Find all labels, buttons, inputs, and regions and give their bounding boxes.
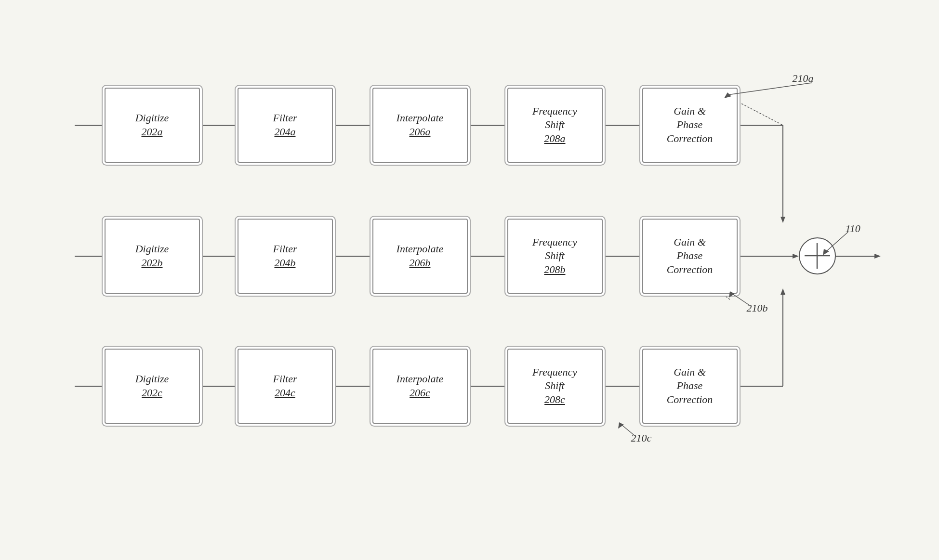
ref-210b-label: 210b [747, 302, 768, 314]
digitize-c-label: Digitize202c [135, 372, 169, 400]
freqshift-c-label: FrequencyShift208c [532, 365, 577, 407]
digitize-a-block: Digitize202a [105, 88, 200, 163]
filter-a-block: Filter204a [238, 88, 333, 163]
svg-marker-12 [780, 217, 785, 223]
gainphase-b-block: Gain &PhaseCorrection [642, 219, 738, 294]
interpolate-b-label: Interpolate206b [397, 242, 444, 270]
interpolate-b-block: Interpolate206b [372, 219, 468, 294]
filter-a-label: Filter204a [273, 111, 297, 139]
digitize-b-block: Digitize202b [105, 219, 200, 294]
filter-c-block: Filter204c [238, 349, 333, 424]
digitize-a-label: Digitize202a [135, 111, 169, 139]
interpolate-a-label: Interpolate206a [397, 111, 444, 139]
filter-c-label: Filter204c [273, 372, 297, 400]
freqshift-c-block: FrequencyShift208c [507, 349, 603, 424]
digitize-c-block: Digitize202c [105, 349, 200, 424]
filter-b-block: Filter204b [238, 219, 333, 294]
svg-line-40 [739, 102, 783, 125]
freqshift-a-label: FrequencyShift208a [532, 104, 577, 146]
gainphase-a-block: Gain &PhaseCorrection [642, 88, 738, 163]
ref-110-label: 110 [846, 222, 860, 235]
interpolate-a-block: Interpolate206a [372, 88, 468, 163]
svg-marker-52 [618, 422, 624, 429]
gainphase-c-label: Gain &PhaseCorrection [667, 365, 713, 407]
digitize-b-label: Digitize202b [135, 242, 169, 270]
gainphase-b-label: Gain &PhaseCorrection [667, 235, 713, 277]
summing-cross-svg [799, 237, 836, 274]
freqshift-b-label: FrequencyShift208b [532, 235, 577, 277]
ref-210c-label: 210c [631, 432, 652, 444]
interpolate-c-label: Interpolate206c [397, 372, 444, 400]
svg-marker-26 [874, 254, 881, 259]
gainphase-a-label: Gain &PhaseCorrection [667, 104, 713, 146]
svg-marker-24 [793, 254, 799, 259]
interpolate-c-block: Interpolate206c [372, 349, 468, 424]
svg-marker-39 [780, 288, 785, 295]
freqshift-b-block: FrequencyShift208b [507, 219, 603, 294]
gainphase-c-block: Gain &PhaseCorrection [642, 349, 738, 424]
freqshift-a-block: FrequencyShift208a [507, 88, 603, 163]
diagram-container: Digitize202a Filter204a Interpolate206a … [60, 39, 879, 521]
filter-b-label: Filter204b [273, 242, 297, 270]
ref-210a-label: 210a [793, 72, 814, 85]
